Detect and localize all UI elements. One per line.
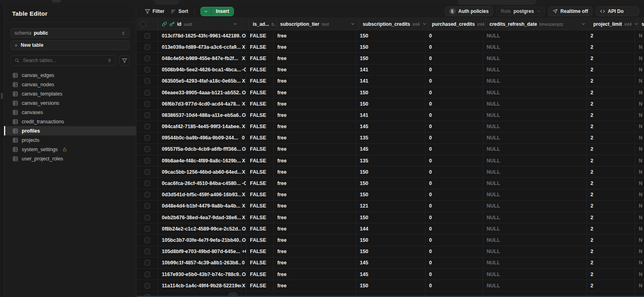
cell-clipped[interactable]: X bbox=[242, 53, 246, 64]
cell-clipped[interactable]: +C bbox=[242, 246, 246, 257]
cell-project-limit[interactable]: 2 bbox=[587, 212, 635, 223]
row-checkbox[interactable] bbox=[144, 192, 150, 197]
cell-subscription-extra[interactable]: N bbox=[635, 87, 644, 98]
sidebar-item-canvas_edges[interactable]: canvas_edges bbox=[4, 71, 136, 80]
cell-clipped[interactable]: O bbox=[242, 235, 246, 245]
cell-credits-refresh-date[interactable]: NULL bbox=[483, 76, 587, 87]
cell-id[interactable]: 048c4e50-b989-455e-847e-fb2f... bbox=[158, 53, 242, 64]
cell-subscription-credits[interactable]: 141 bbox=[356, 64, 425, 75]
cell-project-limit[interactable]: 2 bbox=[587, 258, 635, 268]
sort-button[interactable]: Sort bbox=[167, 6, 191, 16]
cell-purchased-credits[interactable]: 0 bbox=[425, 155, 483, 166]
cell-subscription-extra[interactable]: N bbox=[635, 110, 644, 120]
cell-subscription-tier[interactable]: free bbox=[274, 223, 356, 234]
sidebar-item-canvas_templates[interactable]: canvas_templates bbox=[4, 89, 136, 98]
cell-subscription-tier[interactable]: free bbox=[274, 76, 356, 87]
row-checkbox[interactable] bbox=[144, 67, 150, 73]
cell-id[interactable]: 06eaee33-8905-4aaa-b121-ab552... bbox=[158, 87, 242, 98]
cell-subscription-tier[interactable]: free bbox=[274, 246, 356, 257]
chevron-down-icon[interactable] bbox=[422, 22, 427, 26]
cell-is-admin[interactable]: FALSE bbox=[246, 235, 274, 245]
cell-project-limit[interactable]: 2 bbox=[587, 166, 635, 177]
cell-is-admin[interactable]: FALSE bbox=[246, 42, 274, 52]
cell-subscription-credits[interactable]: 144 bbox=[356, 223, 425, 234]
cell-project-limit[interactable]: 2 bbox=[587, 223, 635, 234]
cell-is-admin[interactable]: FALSE bbox=[246, 280, 274, 291]
cell-purchased-credits[interactable]: 0 bbox=[425, 133, 483, 143]
cell-subscription-credits[interactable]: 145 bbox=[356, 144, 425, 155]
cell-subscription-extra[interactable]: N bbox=[635, 189, 644, 200]
cell-is-admin[interactable]: FALSE bbox=[246, 110, 274, 120]
column-header-select[interactable] bbox=[137, 18, 158, 30]
cell-project-limit[interactable]: 2 bbox=[587, 280, 635, 291]
cell-subscription-tier[interactable]: free bbox=[274, 42, 356, 52]
cell-credits-refresh-date[interactable]: NULL bbox=[483, 30, 587, 41]
cell-project-limit[interactable]: 2 bbox=[587, 155, 635, 166]
cell-id[interactable]: 0eb2b676-38ed-4ea7-9dad-38e6... bbox=[158, 212, 242, 223]
cell-id[interactable]: 0f8b24e2-c1c2-4589-99ce-2c52d... bbox=[158, 223, 242, 234]
cell-subscription-extra[interactable]: N bbox=[635, 133, 644, 143]
row-checkbox[interactable] bbox=[144, 226, 150, 232]
cell-project-limit[interactable]: 2 bbox=[587, 189, 635, 200]
column-header-subscription_extra[interactable]: su bbox=[638, 18, 644, 30]
row-checkbox[interactable] bbox=[144, 158, 150, 164]
cell-id[interactable]: 10b99c1f-4857-4c39-a8b1-263b8... bbox=[158, 258, 242, 268]
cell-is-admin[interactable]: FALSE bbox=[246, 246, 274, 257]
cell-is-admin[interactable]: FALSE bbox=[246, 189, 274, 200]
select-all-checkbox[interactable] bbox=[140, 21, 146, 27]
cell-subscription-extra[interactable]: N bbox=[635, 201, 644, 212]
cell-subscription-tier[interactable]: free bbox=[274, 189, 356, 200]
cell-clipped[interactable]: -C bbox=[242, 64, 246, 75]
cell-clipped[interactable]: X bbox=[242, 280, 246, 291]
cell-subscription-credits[interactable]: 150 bbox=[356, 53, 425, 64]
cell-is-admin[interactable]: FALSE bbox=[246, 98, 274, 109]
cell-subscription-extra[interactable]: N bbox=[635, 235, 644, 245]
cell-project-limit[interactable]: 2 bbox=[587, 53, 635, 64]
cell-is-admin[interactable]: FALSE bbox=[246, 30, 274, 41]
cell-credits-refresh-date[interactable]: NULL bbox=[483, 269, 587, 280]
cell-is-admin[interactable]: FALSE bbox=[246, 212, 274, 223]
cell-subscription-extra[interactable]: N bbox=[635, 121, 644, 132]
cell-clipped[interactable]: O bbox=[242, 144, 246, 155]
new-table-button[interactable]: + New table bbox=[10, 40, 130, 50]
cell-credits-refresh-date[interactable]: NULL bbox=[483, 235, 587, 245]
sidebar-item-canvas_nodes[interactable]: canvas_nodes bbox=[4, 80, 136, 89]
cell-id[interactable]: 08386537-10d4-488a-a11e-eb5a6... bbox=[158, 110, 242, 120]
cell-purchased-credits[interactable]: 0 bbox=[425, 246, 483, 257]
cell-purchased-credits[interactable]: 0 bbox=[425, 87, 483, 98]
chevron-down-icon[interactable] bbox=[351, 22, 355, 26]
cell-subscription-tier[interactable]: free bbox=[274, 212, 356, 223]
cell-project-limit[interactable]: 2 bbox=[587, 42, 635, 52]
row-checkbox[interactable] bbox=[144, 203, 150, 209]
cell-is-admin[interactable]: FALSE bbox=[246, 269, 274, 280]
column-header-subscription_credits[interactable]: subscription_creditsint4 bbox=[359, 18, 428, 30]
cell-subscription-credits[interactable]: 150 bbox=[356, 178, 425, 189]
cell-is-admin[interactable]: FALSE bbox=[246, 53, 274, 64]
cell-subscription-extra[interactable]: N bbox=[635, 76, 644, 87]
cell-purchased-credits[interactable]: 0 bbox=[425, 178, 483, 189]
cell-subscription-credits[interactable]: 150 bbox=[356, 98, 425, 109]
schema-select[interactable]: schema public bbox=[10, 28, 130, 38]
row-checkbox[interactable] bbox=[144, 283, 150, 289]
column-header-project_limit[interactable]: project_limitint4 bbox=[590, 18, 638, 30]
cell-purchased-credits[interactable]: 0 bbox=[425, 212, 483, 223]
cell-subscription-credits[interactable]: 150 bbox=[356, 42, 425, 52]
cell-credits-refresh-date[interactable]: NULL bbox=[483, 246, 587, 257]
cell-subscription-credits[interactable]: 150 bbox=[356, 166, 425, 177]
cell-subscription-extra[interactable]: N bbox=[635, 246, 644, 257]
chevron-down-icon[interactable] bbox=[634, 22, 638, 26]
cell-subscription-tier[interactable]: free bbox=[274, 155, 356, 166]
row-checkbox[interactable] bbox=[144, 260, 150, 266]
cell-project-limit[interactable]: 2 bbox=[587, 64, 635, 75]
cell-clipped[interactable]: X bbox=[242, 201, 246, 212]
cell-is-admin[interactable]: FALSE bbox=[246, 64, 274, 75]
chevron-down-icon[interactable] bbox=[233, 22, 237, 26]
cell-credits-refresh-date[interactable]: NULL bbox=[483, 53, 587, 64]
row-checkbox[interactable] bbox=[144, 272, 150, 277]
row-checkbox[interactable] bbox=[144, 237, 150, 243]
cell-id[interactable]: 0cac6fca-26cf-4510-84ba-c4580... bbox=[158, 178, 242, 189]
cell-purchased-credits[interactable]: 0 bbox=[425, 42, 483, 52]
chevron-down-icon[interactable] bbox=[201, 7, 211, 16]
cell-subscription-tier[interactable]: free bbox=[274, 269, 356, 280]
column-header-id[interactable]: iduuid bbox=[158, 18, 242, 30]
